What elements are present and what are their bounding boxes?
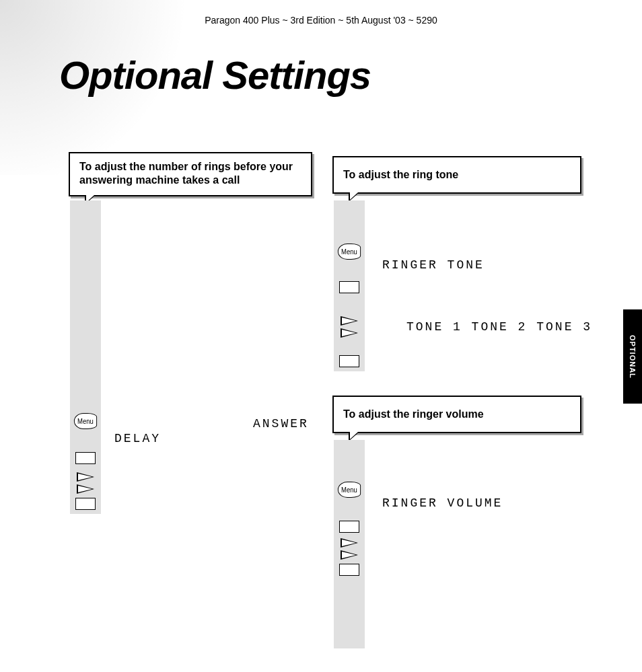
blank-button-ringtone-2[interactable]	[334, 355, 365, 367]
arrow-right-icon	[341, 538, 358, 548]
arrow-right-icon	[341, 328, 358, 338]
scroll-arrows-left[interactable]	[70, 472, 101, 494]
page-header: Paragon 400 Plus ~ 3rd Edition ~ 5th Aug…	[0, 15, 642, 26]
scroll-arrows-volume[interactable]	[334, 538, 365, 560]
arrow-right-icon	[77, 472, 94, 482]
menu-button-label: Menu	[341, 486, 357, 494]
lcd-answer: ANSWER	[253, 417, 309, 431]
arrow-right-icon	[341, 316, 358, 326]
control-column-left	[70, 200, 101, 514]
lcd-ringer-tone: RINGER TONE	[382, 258, 485, 272]
arrow-right-icon	[77, 484, 94, 494]
blank-button-volume-1[interactable]	[334, 521, 365, 533]
menu-button-label: Menu	[77, 418, 94, 425]
page-title: Optional Settings	[59, 52, 371, 98]
menu-button-left[interactable]: Menu	[70, 413, 101, 429]
menu-button-ringtone[interactable]: Menu	[334, 244, 365, 260]
callout-ringer-volume: To adjust the ringer volume	[332, 396, 581, 433]
blank-button-left-2[interactable]	[70, 498, 101, 510]
callout-text: To adjust the ringer volume	[343, 408, 484, 420]
lcd-delay: DELAY	[114, 432, 161, 445]
side-tab-optional: OPTIONAL	[623, 309, 642, 404]
callout-ring-tone: To adjust the ring tone	[332, 156, 581, 194]
side-tab-label: OPTIONAL	[629, 335, 637, 379]
menu-button-volume[interactable]: Menu	[334, 482, 365, 498]
menu-button-label: Menu	[341, 248, 357, 256]
lcd-ringer-volume: RINGER VOLUME	[382, 496, 503, 510]
blank-button-ringtone-1[interactable]	[334, 281, 365, 293]
arrow-right-icon	[341, 550, 358, 560]
callout-text: To adjust the ring tone	[343, 169, 458, 180]
blank-button-volume-2[interactable]	[334, 564, 365, 576]
blank-button-left-1[interactable]	[70, 452, 101, 464]
callout-answer-delay: To adjust the number of rings before you…	[69, 152, 312, 196]
lcd-tone-options: TONE 1 TONE 2 TONE 3	[406, 320, 592, 334]
scroll-arrows-ringtone[interactable]	[334, 316, 365, 338]
callout-text: To adjust the number of rings before you…	[79, 161, 293, 186]
